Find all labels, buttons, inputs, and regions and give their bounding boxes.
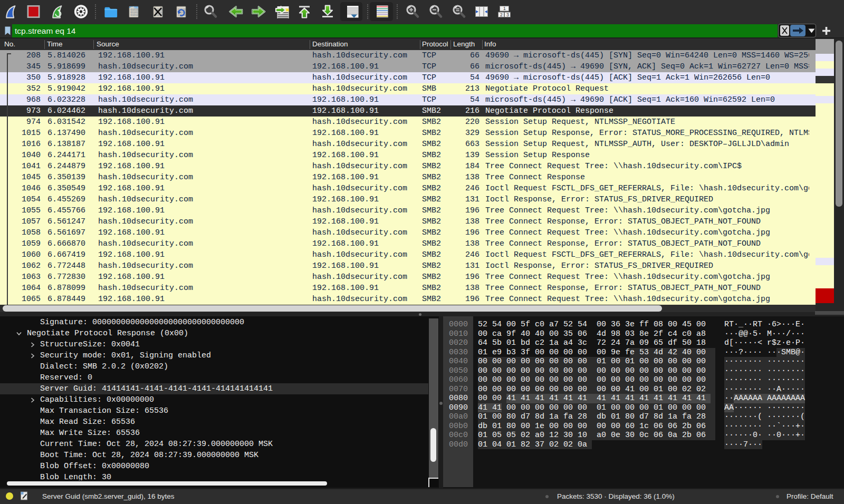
svg-text:3: 3: [506, 12, 509, 17]
svg-text:2: 2: [500, 12, 503, 17]
svg-text:01010: 01010: [130, 14, 138, 16]
svg-text:1: 1: [503, 6, 506, 11]
